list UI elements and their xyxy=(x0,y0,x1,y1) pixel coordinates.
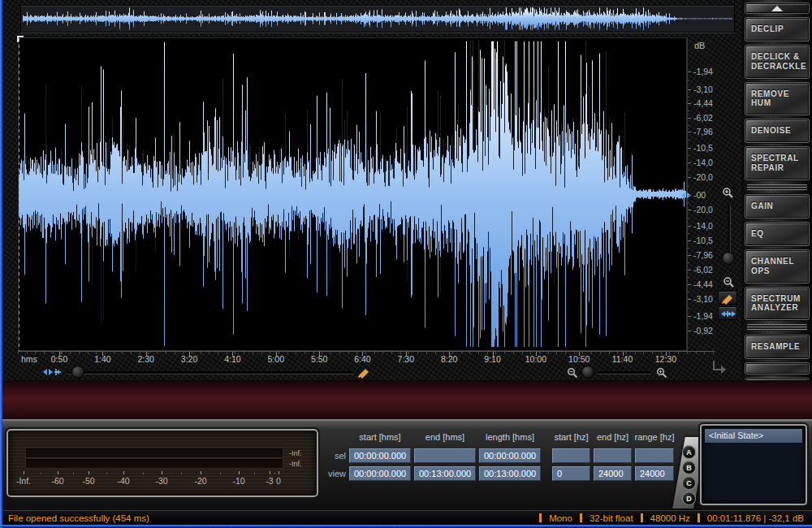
meter-scale-tick xyxy=(123,471,124,474)
sidebar-button-empty[interactable] xyxy=(745,363,809,374)
meter-scale-tick-minor xyxy=(254,473,255,474)
table-cell-sel-5[interactable] xyxy=(635,448,674,463)
db-tick-minor xyxy=(688,155,689,156)
db-tick xyxy=(688,255,691,256)
table-header-5: range [hz] xyxy=(635,432,675,442)
sidebar-button-denoise[interactable]: DENOISE xyxy=(745,119,809,142)
table-cell-sel-2[interactable]: 00:00:00.000 xyxy=(479,448,541,463)
db-label: -20,0 xyxy=(693,205,713,214)
db-unit-label: dB xyxy=(694,41,705,50)
time-tick xyxy=(623,352,624,356)
table-cell-view-5[interactable]: 24000 xyxy=(635,466,674,481)
vertical-zoom-slider-knob[interactable] xyxy=(722,252,735,265)
sidebar-divider xyxy=(747,184,807,191)
status-separator xyxy=(539,513,542,522)
db-label: -6,02 xyxy=(693,113,713,123)
table-header-4: end [hz] xyxy=(597,432,628,442)
overview-waveform-graphic xyxy=(23,7,732,30)
vertical-zoom-slider-track[interactable] xyxy=(728,205,730,257)
status-separator xyxy=(698,513,700,522)
meter-scale-tick xyxy=(201,471,201,474)
preset-slot-b[interactable]: B xyxy=(682,461,696,474)
meter-scale-label: -50 xyxy=(82,476,94,486)
db-label: -1,94 xyxy=(693,67,713,76)
db-tick xyxy=(688,195,691,196)
horizontal-scroll-track[interactable] xyxy=(67,371,354,374)
meter-scale-tick xyxy=(162,471,162,474)
db-tick-minor xyxy=(688,323,689,324)
db-label: -4,44 xyxy=(693,279,713,289)
meter-scale-label: 0 xyxy=(276,476,281,486)
table-cell-view-3[interactable]: 0 xyxy=(552,466,590,481)
meter-scale-tick xyxy=(58,471,58,474)
table-cell-sel-1[interactable] xyxy=(414,448,476,463)
transport-toolbar: 00:00:00.000 xyxy=(0,380,812,421)
table-cell-sel-3[interactable] xyxy=(552,448,590,463)
meter-scale-tick-minor xyxy=(106,473,107,474)
db-tick xyxy=(688,226,691,227)
amplitude-ruler: dB -1,94-3,10-4,44-6,02-7,96-10,5-14,0-2… xyxy=(687,37,716,351)
db-tick-minor xyxy=(688,248,689,249)
window-border-left xyxy=(0,0,2,528)
horizontal-zoom-knob[interactable] xyxy=(581,366,594,379)
vertical-zoom-in-icon[interactable] xyxy=(722,187,734,199)
sidebar-button-eq[interactable]: EQ xyxy=(745,223,809,245)
table-header-3: start [hz] xyxy=(554,432,588,442)
scroll-wave-icon xyxy=(42,366,62,379)
waveform-display[interactable] xyxy=(18,37,687,351)
db-label: -1,94 xyxy=(693,311,713,321)
level-meter-panel: -Inf.-60-50-40-30-20-10-30-Inf.-Inf. xyxy=(6,429,318,497)
db-tick xyxy=(688,331,691,331)
meter-scale-label: -30 xyxy=(155,476,167,486)
table-cell-sel-4[interactable] xyxy=(594,448,632,463)
pencil-mode-icon[interactable] xyxy=(356,366,374,379)
sidebar-scroll-up-button[interactable] xyxy=(745,3,809,13)
vertical-zoom-out-icon[interactable] xyxy=(723,276,735,288)
sidebar-button-remove-hum[interactable]: REMOVE HUM xyxy=(745,83,809,115)
preset-slot-a[interactable]: A xyxy=(682,445,696,459)
horizontal-scroll-knob[interactable] xyxy=(71,366,84,379)
status-segment: 48000 Hz xyxy=(650,513,690,523)
meter-scale-label: -10 xyxy=(232,476,244,486)
horizontal-zoom-in-icon[interactable] xyxy=(656,367,667,379)
table-header-0: start [hms] xyxy=(359,432,400,442)
time-tick xyxy=(579,352,580,356)
db-label: -7,96 xyxy=(693,127,713,136)
meter-scale-tick-minor xyxy=(274,473,275,474)
scroll-wave-tool-button[interactable] xyxy=(718,306,737,320)
preset-slot-d[interactable]: D xyxy=(682,491,696,505)
pencil-tool-button[interactable] xyxy=(718,291,737,305)
db-label: -7,96 xyxy=(693,250,713,260)
sidebar-button-resample[interactable]: RESAMPLE xyxy=(745,335,809,358)
meter-scale-label: -40 xyxy=(117,476,129,486)
main-waveform-graphic xyxy=(19,38,686,350)
waveform-overview[interactable] xyxy=(20,5,735,32)
table-cell-view-0[interactable]: 00:00:00.000 xyxy=(349,466,411,481)
sidebar-button-gain[interactable]: GAIN xyxy=(745,195,809,218)
db-tick-minor xyxy=(688,125,689,126)
horizontal-zoom-track[interactable] xyxy=(596,371,651,374)
level-meter-right xyxy=(26,459,283,468)
sidebar-button-channel-ops[interactable]: CHANNEL OPS xyxy=(745,250,809,283)
db-label: -10,5 xyxy=(693,143,713,153)
status-segment: 32-bit float xyxy=(590,513,633,523)
sidebar-button-declick-decrackle[interactable]: DECLICK & DECRACKLE xyxy=(745,45,809,78)
meter-readout-0: -Inf. xyxy=(289,449,302,457)
preset-slot-c[interactable]: C xyxy=(682,476,696,490)
time-tick xyxy=(362,352,363,356)
time-tick xyxy=(59,352,60,356)
arrow-up-icon xyxy=(771,6,783,11)
db-tick xyxy=(688,210,691,210)
history-item-0[interactable]: <Initial State> xyxy=(705,429,802,443)
meter-scale-label: -60 xyxy=(51,476,63,486)
table-cell-sel-0[interactable]: 00:00:00.000 xyxy=(349,448,411,463)
sidebar-button-declip[interactable]: DECLIP xyxy=(745,18,809,41)
db-tick-minor xyxy=(688,233,689,234)
table-cell-view-4[interactable]: 24000 xyxy=(594,466,632,481)
horizontal-zoom-out-icon[interactable] xyxy=(567,367,578,379)
table-cell-view-2[interactable]: 00:13:00.000 xyxy=(479,466,541,481)
db-label: -10,5 xyxy=(693,236,713,245)
sidebar-button-spectral-repair[interactable]: SPECTRAL REPAIR xyxy=(745,147,809,180)
sidebar-button-spectrum-analyzer[interactable]: SPECTRUM ANALYZER xyxy=(745,288,809,320)
table-cell-view-1[interactable]: 00:13:00.000 xyxy=(414,466,476,481)
